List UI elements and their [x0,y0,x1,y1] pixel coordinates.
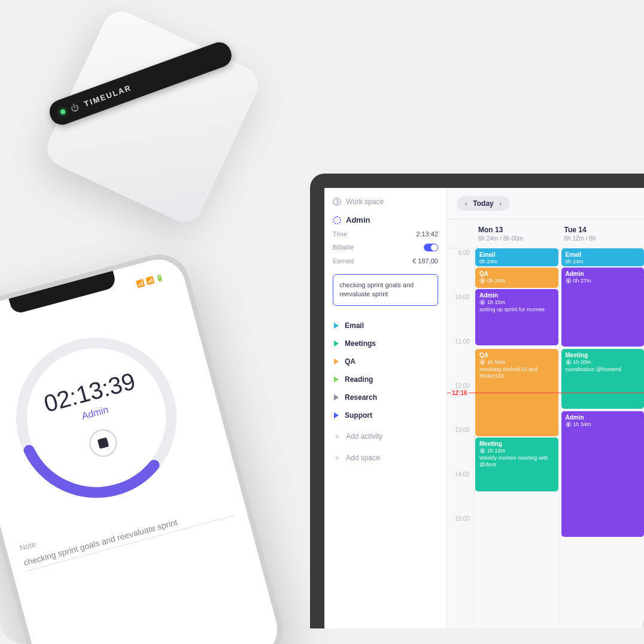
billable-toggle[interactable] [424,244,438,251]
stat-time: Time 2:13:42 [333,229,438,238]
add-space-button[interactable]: + Add space [333,449,438,466]
activity-label: Reading [345,375,373,384]
time-slot: 15:00 [447,514,473,558]
sidebar-activity-email[interactable]: Email [333,318,438,333]
workspace-header[interactable]: Work space [333,198,438,211]
play-icon [334,359,339,364]
day-meta: 8h 12m / 8h [564,235,641,242]
event-title: Email [479,251,554,258]
calendar-body[interactable]: 9:0010:0011:0012:0013:0014:0015:00 Email… [447,248,644,628]
chevron-right-icon[interactable]: › [500,201,502,207]
active-activity-label: Admin [346,215,370,224]
day-meta: 6h 24m / 8h 00m [478,235,555,242]
event-duration: $1h 56m [479,359,554,365]
calendar-event[interactable]: Admin$1h 15msetting up sprint for momee [475,289,558,345]
time-slot: 9:00 [447,248,473,293]
event-title: QA [479,352,554,359]
day-column-mon[interactable]: Email0h 24mQA$0h 26mAdmin$1h 15msetting … [473,248,560,628]
now-line [447,393,644,393]
stat-earned-label: Earned [333,257,354,265]
stat-time-value: 2:13:42 [416,230,438,238]
laptop-mockup: Work space Admin Time 2:13:42 Billable E… [310,174,644,628]
stop-button[interactable] [86,426,120,460]
activity-list: EmailMeetingsQAReadingResearchSupport [333,318,438,423]
sidebar-activity-reading[interactable]: Reading [333,372,438,387]
calendar-event[interactable]: Admin$0h 27m [561,268,645,347]
chevron-left-icon[interactable]: ‹ [465,201,467,207]
play-icon [334,376,339,382]
phone-mockup: 15:37 ⚡ 📶 📶 🔋 02:13:39 Admin Note checki… [0,248,289,644]
billable-icon: $ [479,359,485,365]
activity-dot-icon [333,216,341,224]
timer-widget: 02:13:39 Admin [0,315,199,520]
day-header: Mon 136h 24m / 8h 00m [473,220,560,248]
calendar: ‹ Today › Mon 136h 24m / 8h 00mTue 148h … [447,188,644,628]
play-icon [334,323,339,329]
sidebar: Work space Admin Time 2:13:42 Billable E… [324,188,447,628]
note-input[interactable]: checking sprint goals and reevaluate spr… [333,274,438,306]
event-title: Email [566,251,640,258]
day-columns: Email0h 24mQA$0h 26mAdmin$1h 15msetting … [473,248,644,628]
event-title: Admin [479,292,554,299]
workspace-icon [333,198,341,206]
tracker-device: ⏻ TIMEULAR [19,0,287,251]
billable-icon: $ [479,278,485,284]
calendar-event[interactable]: Admin$1h 34m [561,411,645,537]
day-name: Mon 13 [478,226,555,234]
time-slot: 14:00 [447,470,473,514]
stat-earned: Earned € 187,00 [333,256,438,265]
time-slot: 11:00 [447,337,473,381]
event-title: Meeting [479,441,554,447]
calendar-event[interactable]: Meeting$1h 20mcoordination @frontend [561,349,645,409]
calendar-event[interactable]: Email0h 24m [475,248,558,266]
active-activity[interactable]: Admin [333,215,438,224]
add-activity-button[interactable]: + Add activity [333,428,438,445]
day-name: Tue 14 [564,226,641,234]
billable-icon: $ [566,278,572,284]
today-label: Today [473,199,493,208]
calendar-event[interactable]: Meeting$1h 12mWeekly momee meeting with … [475,438,558,491]
event-title: QA [479,271,554,277]
event-description: resolving #ticket132 and #ticket133 [479,366,554,379]
stop-icon [97,437,109,449]
sidebar-activity-support[interactable]: Support [333,408,438,423]
activity-label: Meetings [345,339,376,348]
workspace-label: Work space [346,198,384,206]
plus-icon: + [334,432,340,441]
play-icon [334,412,339,418]
stat-billable: Billable [333,242,438,251]
billable-icon: $ [566,359,572,365]
event-description: Weekly momee meeting with @devs [479,455,554,468]
event-title: Admin [566,414,640,421]
sidebar-activity-meetings[interactable]: Meetings [333,336,438,351]
event-duration: $0h 27m [566,278,640,284]
time-axis: 9:0010:0011:0012:0013:0014:0015:00 [447,248,473,628]
billable-icon: $ [566,421,572,427]
event-duration: $1h 15m [479,299,554,305]
day-header: Tue 148h 12m / 8h [560,220,645,248]
event-duration: $1h 20m [566,359,640,365]
event-description: setting up sprint for momee [479,306,554,313]
time-slot: 13:00 [447,426,473,470]
plus-icon: + [334,453,340,463]
day-column-tue[interactable]: Email0h 24mAdmin$0h 27mMeeting$1h 20mcoo… [560,248,645,628]
add-space-label: Add space [346,454,380,462]
event-duration: 0h 24m [479,259,554,265]
time-slot: 12:00 [447,381,473,426]
stat-earned-value: € 187,00 [412,257,438,265]
sidebar-activity-qa[interactable]: QA [333,354,438,369]
activity-label: QA [345,357,356,366]
event-duration: 0h 24m [566,259,640,265]
today-button[interactable]: ‹ Today › [457,196,510,211]
stat-time-label: Time [333,230,347,238]
event-description: coordination @frontend [566,366,640,373]
activity-label: Research [345,393,377,402]
billable-icon: $ [479,448,485,454]
calendar-toolbar: ‹ Today › [447,188,644,220]
calendar-event[interactable]: Email0h 24m [561,248,645,266]
phone-status-icons: 📶 📶 🔋 [135,273,165,288]
phone-clock: 15:37 ⚡ [0,316,1,334]
add-activity-label: Add activity [346,432,382,441]
sidebar-activity-research[interactable]: Research [333,390,438,405]
calendar-event[interactable]: QA$0h 26m [475,268,558,288]
